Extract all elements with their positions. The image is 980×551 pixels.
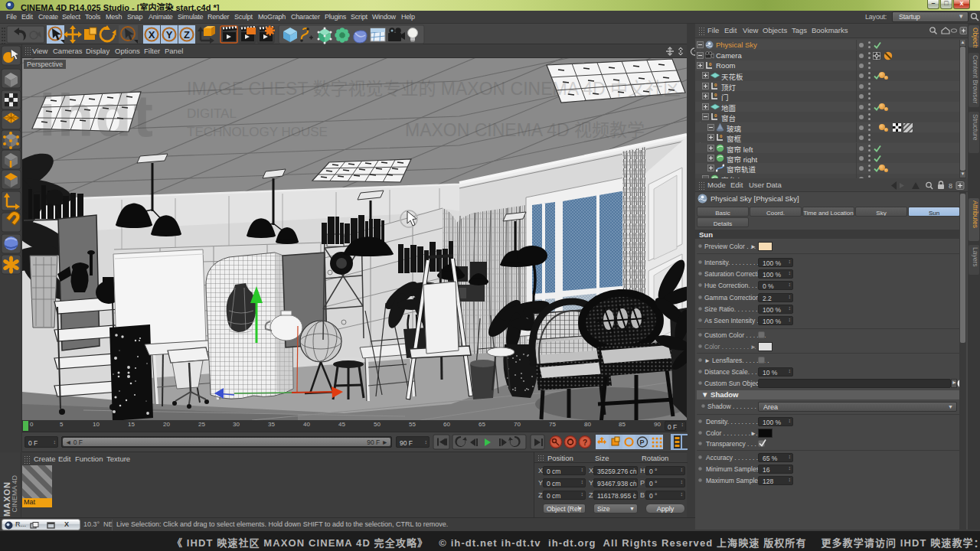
svg-text:0: 0: [714, 113, 717, 118]
svg-text:TECHNOLOGY HOUSE: TECHNOLOGY HOUSE: [187, 125, 328, 139]
svg-text:0: 0: [709, 62, 712, 67]
svg-text:0: 0: [714, 83, 717, 87]
svg-text:8: 8: [949, 182, 952, 190]
svg-text:MAXON CINEMA 4D 视频教学: MAXON CINEMA 4D 视频教学: [405, 120, 645, 140]
svg-text:IMAGE CHEST 数字视觉专业的 MAXON CINE: IMAGE CHEST 数字视觉专业的 MAXON CINEMA 4D 中文社区: [187, 79, 681, 99]
svg-text:?: ?: [583, 439, 587, 447]
svg-text:ihdt: ihdt: [39, 82, 155, 149]
svg-text:0: 0: [720, 134, 723, 139]
svg-text:Y: Y: [166, 29, 173, 41]
svg-text:Z: Z: [184, 29, 190, 41]
svg-text:X: X: [149, 29, 155, 41]
svg-text:DIGITAL: DIGITAL: [187, 106, 237, 121]
svg-text:0: 0: [714, 93, 717, 97]
svg-text:P: P: [640, 439, 645, 446]
